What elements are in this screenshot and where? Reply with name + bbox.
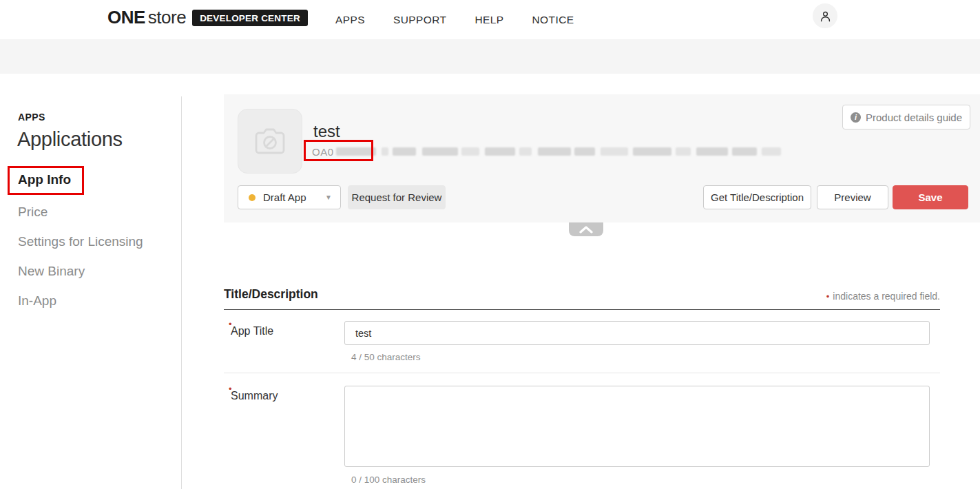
logo-one-text: ONE — [107, 7, 145, 28]
onestore-logo[interactable]: ONE store DEVELOPER CENTER — [107, 7, 308, 28]
request-for-review-button[interactable]: Request for Review — [348, 185, 446, 209]
sidebar-title: Applications — [17, 128, 123, 151]
form-row-app-title: • App Title 4 / 50 characters — [224, 310, 940, 373]
nav-apps[interactable]: APPS — [335, 14, 365, 26]
app-header-panel: test OA0 i — [224, 94, 980, 222]
developer-center-badge: DEVELOPER CENTER — [192, 10, 308, 26]
chevron-down-icon: ▼ — [325, 194, 332, 201]
nav-notice[interactable]: NOTICE — [532, 14, 574, 26]
chevron-up-icon — [578, 225, 594, 233]
save-button[interactable]: Save — [893, 185, 968, 209]
sidebar-section-label: APPS — [18, 112, 45, 123]
status-label: Draft App — [263, 191, 306, 203]
app-id-row: OA0 — [312, 145, 781, 158]
product-details-guide-label: Product details guide — [866, 112, 962, 123]
user-account-button[interactable] — [813, 3, 837, 28]
section-header: Title/Description •indicates a required … — [224, 282, 940, 310]
app-title-label: • App Title — [231, 325, 273, 337]
section-title: Title/Description — [224, 287, 318, 302]
sidebar-item-new-binary[interactable]: New Binary — [18, 264, 85, 279]
person-icon — [819, 10, 832, 23]
top-bar: ONE store DEVELOPER CENTER APPS SUPPORT … — [0, 0, 980, 39]
page: ONE store DEVELOPER CENTER APPS SUPPORT … — [0, 0, 980, 489]
red-annotation-box-app-id — [304, 140, 373, 161]
app-id-redacted-blur — [336, 147, 781, 156]
sidebar-item-settings-for-licensing[interactable]: Settings for Licensing — [18, 234, 143, 249]
logo-store-text: store — [148, 7, 186, 28]
get-title-description-button[interactable]: Get Title/Description — [703, 185, 811, 209]
app-icon-placeholder — [238, 109, 302, 174]
header-band — [0, 39, 980, 74]
product-details-guide-button[interactable]: i Product details guide — [842, 105, 970, 129]
status-dot-draft — [249, 194, 256, 201]
summary-label-text: Summary — [231, 390, 278, 402]
sidebar-item-in-app[interactable]: In-App — [18, 293, 56, 309]
required-dot-icon: • — [229, 384, 232, 394]
summary-counter: 0 / 100 characters — [351, 475, 426, 485]
info-icon: i — [851, 112, 861, 123]
app-title-text: test — [313, 122, 340, 141]
nav-help[interactable]: HELP — [475, 14, 503, 26]
required-note-text: indicates a required field. — [833, 291, 940, 302]
collapse-header-tab[interactable] — [569, 222, 603, 236]
required-dot-icon: • — [229, 319, 232, 329]
sidebar-item-price[interactable]: Price — [18, 205, 48, 220]
summary-textarea[interactable] — [344, 386, 930, 467]
top-nav: APPS SUPPORT HELP NOTICE — [335, 0, 574, 39]
app-title-input[interactable] — [344, 321, 930, 345]
preview-button[interactable]: Preview — [817, 185, 888, 209]
required-dot-icon: • — [826, 291, 830, 302]
nav-support[interactable]: SUPPORT — [393, 14, 446, 26]
summary-label: • Summary — [231, 390, 278, 402]
app-title-label-text: App Title — [231, 325, 273, 337]
required-field-note: •indicates a required field. — [826, 291, 940, 302]
sidebar-item-app-info[interactable]: App Info — [18, 172, 71, 187]
sidebar-divider — [181, 96, 182, 489]
no-image-camera-icon — [253, 126, 286, 156]
app-title-counter: 4 / 50 characters — [351, 352, 421, 362]
app-status-dropdown[interactable]: Draft App ▼ — [238, 185, 341, 209]
form-row-summary: • Summary 0 / 100 characters — [224, 373, 940, 489]
